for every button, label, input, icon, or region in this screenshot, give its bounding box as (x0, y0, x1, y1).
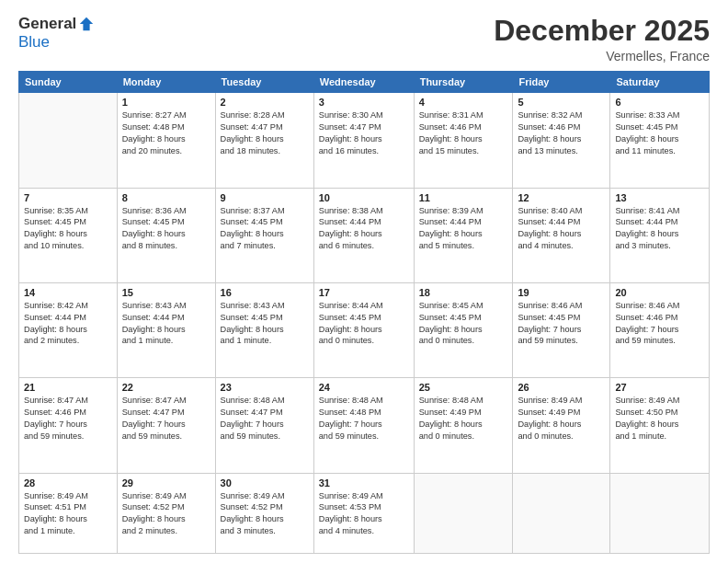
calendar-cell: 19Sunrise: 8:46 AMSunset: 4:45 PMDayligh… (513, 282, 610, 377)
day-number: 5 (518, 97, 605, 108)
calendar-cell: 20Sunrise: 8:46 AMSunset: 4:46 PMDayligh… (610, 282, 710, 377)
calendar-cell (19, 93, 118, 188)
calendar-cell: 23Sunrise: 8:48 AMSunset: 4:47 PMDayligh… (215, 378, 313, 473)
col-monday: Monday (117, 72, 215, 93)
calendar-cell: 6Sunrise: 8:33 AMSunset: 4:45 PMDaylight… (610, 93, 710, 188)
day-number: 26 (518, 382, 605, 393)
calendar-cell: 11Sunrise: 8:39 AMSunset: 4:44 PMDayligh… (414, 188, 513, 282)
day-info: Sunrise: 8:47 AMSunset: 4:46 PMDaylight:… (24, 395, 112, 442)
calendar-cell: 18Sunrise: 8:45 AMSunset: 4:45 PMDayligh… (414, 282, 513, 377)
day-info: Sunrise: 8:28 AMSunset: 4:47 PMDaylight:… (221, 109, 309, 157)
day-info: Sunrise: 8:38 AMSunset: 4:44 PMDaylight:… (319, 205, 409, 253)
location: Vermelles, France (494, 49, 710, 63)
calendar-cell: 8Sunrise: 8:36 AMSunset: 4:45 PMDaylight… (117, 188, 215, 282)
col-friday: Friday (513, 72, 610, 93)
calendar-cell: 30Sunrise: 8:49 AMSunset: 4:52 PMDayligh… (215, 473, 313, 554)
calendar-cell: 15Sunrise: 8:43 AMSunset: 4:44 PMDayligh… (117, 282, 215, 377)
calendar-cell: 7Sunrise: 8:35 AMSunset: 4:45 PMDaylight… (19, 188, 118, 282)
logo-general-text: General (18, 15, 76, 33)
title-block: December 2025 Vermelles, France (494, 15, 710, 63)
day-info: Sunrise: 8:44 AMSunset: 4:45 PMDaylight:… (319, 300, 409, 348)
day-info: Sunrise: 8:46 AMSunset: 4:46 PMDaylight:… (615, 300, 704, 348)
page: General Blue December 2025 Vermelles, Fr… (0, 0, 728, 563)
calendar-header-row: Sunday Monday Tuesday Wednesday Thursday… (19, 72, 710, 93)
day-info: Sunrise: 8:48 AMSunset: 4:49 PMDaylight:… (419, 395, 508, 442)
day-info: Sunrise: 8:42 AMSunset: 4:44 PMDaylight:… (24, 300, 112, 348)
calendar-cell: 3Sunrise: 8:30 AMSunset: 4:47 PMDaylight… (313, 93, 414, 188)
day-number: 29 (122, 477, 210, 488)
month-title: December 2025 (494, 15, 710, 47)
col-tuesday: Tuesday (215, 72, 313, 93)
calendar-cell: 9Sunrise: 8:37 AMSunset: 4:45 PMDaylight… (215, 188, 313, 282)
day-info: Sunrise: 8:37 AMSunset: 4:45 PMDaylight:… (221, 205, 309, 253)
day-info: Sunrise: 8:49 AMSunset: 4:52 PMDaylight:… (221, 490, 309, 538)
day-number: 31 (319, 477, 409, 488)
day-info: Sunrise: 8:41 AMSunset: 4:44 PMDaylight:… (615, 205, 704, 253)
day-info: Sunrise: 8:49 AMSunset: 4:50 PMDaylight:… (615, 395, 704, 442)
calendar-cell: 29Sunrise: 8:49 AMSunset: 4:52 PMDayligh… (117, 473, 215, 554)
day-number: 21 (24, 382, 112, 393)
logo: General Blue (18, 15, 95, 52)
day-info: Sunrise: 8:47 AMSunset: 4:47 PMDaylight:… (122, 395, 210, 442)
day-info: Sunrise: 8:46 AMSunset: 4:45 PMDaylight:… (518, 300, 605, 348)
day-number: 17 (319, 287, 409, 298)
day-info: Sunrise: 8:27 AMSunset: 4:48 PMDaylight:… (122, 109, 210, 157)
logo-icon (78, 16, 95, 32)
day-info: Sunrise: 8:48 AMSunset: 4:48 PMDaylight:… (319, 395, 409, 442)
calendar-cell: 5Sunrise: 8:32 AMSunset: 4:46 PMDaylight… (513, 93, 610, 188)
day-number: 10 (319, 192, 409, 203)
header: General Blue December 2025 Vermelles, Fr… (18, 15, 710, 63)
calendar-cell: 16Sunrise: 8:43 AMSunset: 4:45 PMDayligh… (215, 282, 313, 377)
day-info: Sunrise: 8:49 AMSunset: 4:49 PMDaylight:… (518, 395, 605, 442)
calendar-cell: 14Sunrise: 8:42 AMSunset: 4:44 PMDayligh… (19, 282, 118, 377)
calendar: Sunday Monday Tuesday Wednesday Thursday… (18, 71, 710, 554)
day-number: 18 (419, 287, 508, 298)
calendar-cell: 24Sunrise: 8:48 AMSunset: 4:48 PMDayligh… (313, 378, 414, 473)
col-sunday: Sunday (19, 72, 118, 93)
day-number: 20 (615, 287, 704, 298)
day-number: 25 (419, 382, 508, 393)
day-info: Sunrise: 8:49 AMSunset: 4:52 PMDaylight:… (122, 490, 210, 538)
day-info: Sunrise: 8:43 AMSunset: 4:45 PMDaylight:… (221, 300, 309, 348)
calendar-cell (414, 473, 513, 554)
day-number: 16 (221, 287, 309, 298)
col-wednesday: Wednesday (313, 72, 414, 93)
calendar-cell: 22Sunrise: 8:47 AMSunset: 4:47 PMDayligh… (117, 378, 215, 473)
day-number: 4 (419, 97, 508, 108)
day-number: 14 (24, 287, 112, 298)
calendar-cell: 27Sunrise: 8:49 AMSunset: 4:50 PMDayligh… (610, 378, 710, 473)
day-info: Sunrise: 8:31 AMSunset: 4:46 PMDaylight:… (419, 109, 508, 157)
day-number: 19 (518, 287, 605, 298)
day-info: Sunrise: 8:30 AMSunset: 4:47 PMDaylight:… (319, 109, 409, 157)
day-number: 7 (24, 192, 112, 203)
day-info: Sunrise: 8:48 AMSunset: 4:47 PMDaylight:… (221, 395, 309, 442)
calendar-cell: 10Sunrise: 8:38 AMSunset: 4:44 PMDayligh… (313, 188, 414, 282)
day-info: Sunrise: 8:33 AMSunset: 4:45 PMDaylight:… (615, 109, 704, 157)
calendar-cell: 4Sunrise: 8:31 AMSunset: 4:46 PMDaylight… (414, 93, 513, 188)
day-number: 8 (122, 192, 210, 203)
calendar-cell (610, 473, 710, 554)
day-number: 23 (221, 382, 309, 393)
calendar-cell: 17Sunrise: 8:44 AMSunset: 4:45 PMDayligh… (313, 282, 414, 377)
day-number: 22 (122, 382, 210, 393)
calendar-cell: 1Sunrise: 8:27 AMSunset: 4:48 PMDaylight… (117, 93, 215, 188)
day-info: Sunrise: 8:40 AMSunset: 4:44 PMDaylight:… (518, 205, 605, 253)
day-info: Sunrise: 8:36 AMSunset: 4:45 PMDaylight:… (122, 205, 210, 253)
logo-blue-text: Blue (18, 33, 50, 52)
day-info: Sunrise: 8:32 AMSunset: 4:46 PMDaylight:… (518, 109, 605, 157)
day-number: 3 (319, 97, 409, 108)
day-info: Sunrise: 8:39 AMSunset: 4:44 PMDaylight:… (419, 205, 508, 253)
day-number: 6 (615, 97, 704, 108)
col-saturday: Saturday (610, 72, 710, 93)
col-thursday: Thursday (414, 72, 513, 93)
day-number: 2 (221, 97, 309, 108)
day-number: 1 (122, 97, 210, 108)
day-number: 9 (221, 192, 309, 203)
calendar-cell: 2Sunrise: 8:28 AMSunset: 4:47 PMDaylight… (215, 93, 313, 188)
day-info: Sunrise: 8:45 AMSunset: 4:45 PMDaylight:… (419, 300, 508, 348)
day-number: 13 (615, 192, 704, 203)
day-number: 30 (221, 477, 309, 488)
calendar-cell: 26Sunrise: 8:49 AMSunset: 4:49 PMDayligh… (513, 378, 610, 473)
day-number: 15 (122, 287, 210, 298)
calendar-cell (513, 473, 610, 554)
